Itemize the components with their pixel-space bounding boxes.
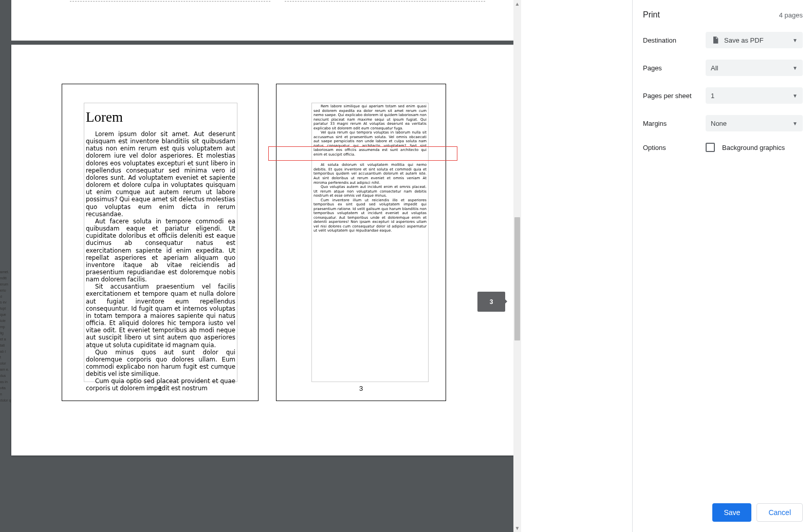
text-frame: Lorem Lorem ipsum dolor sit amet. Aut de… — [84, 103, 237, 382]
background-graphics-label: Background graphics — [722, 144, 785, 151]
row-pages-per-sheet: Pages per sheet 1 ▼ — [643, 87, 803, 104]
pdf-icon — [711, 35, 720, 45]
pages-value: All — [711, 64, 718, 72]
sidebar-header: Print 4 pages — [643, 10, 803, 20]
dashed-guide — [285, 1, 485, 2]
destination-dropdown[interactable]: Save as PDF ▼ — [706, 32, 803, 48]
chevron-down-icon: ▼ — [792, 65, 798, 71]
preview-page-3: Rem labore similique qui aperiam totam s… — [276, 84, 446, 401]
print-sheet: Lorem Lorem ipsum dolor sit amet. Aut de… — [11, 45, 520, 455]
preview-area: Lorem Lorem ipsum dolor sit amet. Aut de… — [0, 0, 521, 532]
scroll-up-icon[interactable]: ▲ — [513, 0, 521, 8]
page-number: 3 — [276, 385, 446, 392]
label-options: Options — [643, 144, 706, 151]
page-indicator-tooltip: 3 — [477, 292, 505, 312]
dashed-guide — [70, 1, 270, 2]
cancel-button[interactable]: Cancel — [756, 503, 803, 522]
document-title: Lorem — [86, 109, 235, 125]
save-button[interactable]: Save — [712, 503, 751, 522]
destination-value: Save as PDF — [724, 36, 764, 44]
chevron-down-icon: ▼ — [792, 93, 798, 99]
label-margins: Margins — [643, 120, 706, 127]
pages-dropdown[interactable]: All ▼ — [706, 60, 803, 76]
preview-page-1: Lorem Lorem ipsum dolor sit amet. Aut de… — [62, 84, 259, 401]
label-destination: Destination — [643, 36, 706, 44]
page-count: 4 pages — [779, 11, 803, 19]
background-document-text: amet. nditi erum erio d s ev lupt que io… — [0, 269, 11, 404]
row-margins: Margins None ▼ — [643, 115, 803, 131]
print-sidebar: Print 4 pages Destination Save as PDF ▼ … — [632, 0, 812, 532]
row-options: Options Background graphics — [643, 143, 803, 152]
row-destination: Destination Save as PDF ▼ — [643, 32, 803, 48]
chevron-down-icon: ▼ — [792, 37, 798, 43]
label-pages: Pages — [643, 64, 706, 72]
margins-dropdown[interactable]: None ▼ — [706, 115, 803, 131]
sidebar-title: Print — [643, 10, 660, 20]
margins-value: None — [711, 120, 727, 127]
scrollbar-vertical[interactable]: ▲ ▼ — [513, 0, 521, 532]
text-frame: Rem labore similique qui aperiam totam s… — [311, 103, 429, 382]
row-pages: Pages All ▼ — [643, 60, 803, 76]
label-pages-per-sheet: Pages per sheet — [643, 92, 706, 100]
background-graphics-checkbox[interactable] — [706, 143, 715, 152]
sidebar-buttons: Save Cancel — [643, 503, 803, 524]
pages-per-sheet-dropdown[interactable]: 1 ▼ — [706, 87, 803, 104]
pages-per-sheet-value: 1 — [711, 92, 714, 100]
scroll-down-icon[interactable]: ▼ — [513, 524, 521, 532]
scrollbar-thumb[interactable] — [514, 217, 520, 340]
previous-sheet-bottom — [11, 0, 520, 41]
chevron-down-icon: ▼ — [792, 121, 798, 126]
page-number: 1 — [62, 385, 258, 392]
